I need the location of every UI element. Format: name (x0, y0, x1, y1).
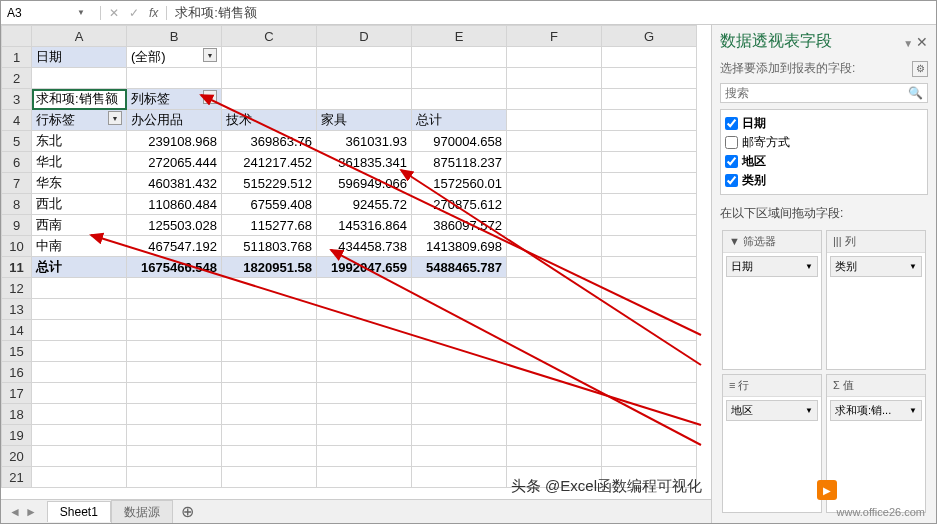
data-cell[interactable]: 270875.612 (412, 194, 507, 215)
dropdown-icon[interactable]: ▼ (805, 262, 813, 271)
dropdown-icon[interactable]: ▼ (909, 406, 917, 415)
row-header[interactable]: 11 (2, 257, 32, 278)
col-dropdown-icon[interactable]: ▼ (203, 90, 217, 104)
fx-icon[interactable]: fx (149, 6, 158, 20)
data-cell[interactable]: 596949.066 (317, 173, 412, 194)
data-cell[interactable]: 145316.864 (317, 215, 412, 236)
grand-total-cell[interactable]: 1820951.58 (222, 257, 317, 278)
row-header[interactable]: 2 (2, 68, 32, 89)
dropdown-icon[interactable]: ▼ (909, 262, 917, 271)
area-item[interactable]: 地区▼ (726, 400, 818, 421)
data-cell[interactable]: 361835.341 (317, 152, 412, 173)
row-header[interactable]: 9 (2, 215, 32, 236)
field-search[interactable]: 🔍 (720, 83, 928, 103)
col-labels-cell[interactable]: 列标签▼ (127, 89, 222, 110)
row-header[interactable]: 12 (2, 278, 32, 299)
tab-nav[interactable]: ◄► (9, 505, 47, 519)
cell-reference-input[interactable] (7, 6, 77, 20)
data-cell[interactable]: 369863.76 (222, 131, 317, 152)
field-item[interactable]: 类别 (725, 171, 923, 190)
row-header[interactable]: 8 (2, 194, 32, 215)
row-header[interactable]: 5 (2, 131, 32, 152)
data-cell[interactable]: 125503.028 (127, 215, 222, 236)
row-header[interactable]: 4 (2, 110, 32, 131)
field-pane-gear-icon[interactable]: ⚙ (912, 61, 928, 77)
field-item[interactable]: 邮寄方式 (725, 133, 923, 152)
row-header[interactable]: 20 (2, 446, 32, 467)
data-cell[interactable]: 110860.484 (127, 194, 222, 215)
row-header[interactable]: 21 (2, 467, 32, 488)
select-all-corner[interactable] (2, 26, 32, 47)
data-cell[interactable]: 241217.452 (222, 152, 317, 173)
tab-sheet1[interactable]: Sheet1 (47, 501, 111, 522)
field-checkbox[interactable] (725, 155, 738, 168)
data-cell[interactable]: 92455.72 (317, 194, 412, 215)
filter-field-cell[interactable]: 日期 (32, 47, 127, 68)
field-item[interactable]: 地区 (725, 152, 923, 171)
values-label-cell[interactable]: 求和项:销售额 (32, 89, 127, 110)
data-cell[interactable]: 华北 (32, 152, 127, 173)
row-header[interactable]: 14 (2, 320, 32, 341)
area-columns[interactable]: ||| 列 类别▼ (826, 230, 926, 370)
data-cell[interactable]: 875118.237 (412, 152, 507, 173)
area-rows[interactable]: ≡ 行 地区▼ (722, 374, 822, 514)
row-labels-cell[interactable]: 行标签▼ (32, 110, 127, 131)
grand-total-cell[interactable]: 1675466.548 (127, 257, 222, 278)
close-pane-icon[interactable]: ✕ (916, 34, 928, 50)
grand-total-label[interactable]: 总计 (32, 257, 127, 278)
data-cell[interactable]: 115277.68 (222, 215, 317, 236)
row-header[interactable]: 1 (2, 47, 32, 68)
row-header[interactable]: 18 (2, 404, 32, 425)
col-header[interactable]: D (317, 26, 412, 47)
name-box-dropdown-icon[interactable]: ▼ (77, 8, 85, 17)
data-cell[interactable]: 西南 (32, 215, 127, 236)
col-header[interactable]: G (602, 26, 697, 47)
col-header-cell[interactable]: 家具 (317, 110, 412, 131)
add-sheet-button[interactable]: ⊕ (173, 502, 202, 521)
data-cell[interactable]: 272065.444 (127, 152, 222, 173)
grand-total-cell[interactable]: 1992047.659 (317, 257, 412, 278)
area-item[interactable]: 日期▼ (726, 256, 818, 277)
area-filters[interactable]: ▼ 筛选器 日期▼ (722, 230, 822, 370)
data-cell[interactable]: 239108.968 (127, 131, 222, 152)
col-header-cell[interactable]: 总计 (412, 110, 507, 131)
col-header[interactable]: B (127, 26, 222, 47)
area-item[interactable]: 求和项:销...▼ (830, 400, 922, 421)
row-header[interactable]: 15 (2, 341, 32, 362)
area-item[interactable]: 类别▼ (830, 256, 922, 277)
col-header-cell[interactable]: 技术 (222, 110, 317, 131)
formula-input[interactable]: 求和项:销售额 (167, 4, 936, 22)
data-cell[interactable]: 386097.572 (412, 215, 507, 236)
field-search-input[interactable] (725, 86, 908, 100)
data-cell[interactable]: 东北 (32, 131, 127, 152)
col-header-cell[interactable]: 办公用品 (127, 110, 222, 131)
spreadsheet-grid[interactable]: A B C D E F G 1 日期 (全部)▼ (1, 25, 697, 488)
data-cell[interactable]: 361031.93 (317, 131, 412, 152)
data-cell[interactable]: 1572560.01 (412, 173, 507, 194)
field-checkbox[interactable] (725, 174, 738, 187)
grand-total-cell[interactable]: 5488465.787 (412, 257, 507, 278)
field-list[interactable]: 日期 邮寄方式 地区 类别 (720, 109, 928, 195)
area-values[interactable]: Σ 值 求和项:销...▼ (826, 374, 926, 514)
data-cell[interactable]: 1413809.698 (412, 236, 507, 257)
data-cell[interactable]: 华东 (32, 173, 127, 194)
col-header[interactable]: C (222, 26, 317, 47)
row-header[interactable]: 6 (2, 152, 32, 173)
data-cell[interactable]: 511803.768 (222, 236, 317, 257)
filter-dropdown-icon[interactable]: ▼ (203, 48, 217, 62)
field-item[interactable]: 日期 (725, 114, 923, 133)
data-cell[interactable]: 67559.408 (222, 194, 317, 215)
field-checkbox[interactable] (725, 117, 738, 130)
row-dropdown-icon[interactable]: ▼ (108, 111, 122, 125)
data-cell[interactable]: 中南 (32, 236, 127, 257)
data-cell[interactable]: 460381.432 (127, 173, 222, 194)
col-header[interactable]: A (32, 26, 127, 47)
data-cell[interactable]: 467547.192 (127, 236, 222, 257)
data-cell[interactable]: 434458.738 (317, 236, 412, 257)
row-header[interactable]: 19 (2, 425, 32, 446)
row-header[interactable]: 10 (2, 236, 32, 257)
row-header[interactable]: 3 (2, 89, 32, 110)
filter-value-cell[interactable]: (全部)▼ (127, 47, 222, 68)
name-box[interactable]: ▼ (1, 6, 101, 20)
row-header[interactable]: 13 (2, 299, 32, 320)
